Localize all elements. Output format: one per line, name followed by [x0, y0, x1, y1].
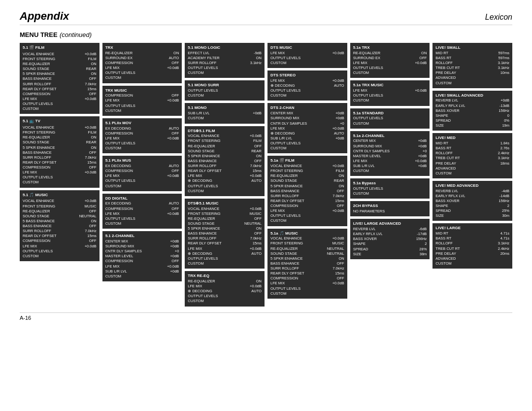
page-brand: Lexicon [485, 13, 512, 22]
box-live-large: LIVE! LARGE MID RT4.71s BASS RT4.71s ROL… [432, 223, 512, 269]
column-6: LIVE! SMALL MID RT597ms BASS RT597ms ROL… [432, 43, 512, 307]
row: COMPRESSIONOFF [105, 169, 179, 173]
box-51a-bypass-title: 5.1a Bypass [353, 181, 427, 186]
row: VOCAL ENHANCE+0.0dB [270, 164, 344, 169]
row: EFFECT LVL-9dB [188, 51, 262, 56]
row: SHAPE2 [435, 204, 509, 208]
row: SHAPE2 [353, 241, 427, 246]
row: 5 SPKR ENHANCEON [23, 145, 97, 150]
row: LFE MIX+0.0dB [188, 173, 262, 178]
row: EX DECODINGAUTO [105, 164, 179, 169]
row: COMPRESSIONOFF [105, 61, 179, 66]
box-dts-stereo-title: DTS STEREO [270, 73, 344, 78]
row: BASS RT597ms [435, 56, 509, 61]
row: LFE MIX+0.0dB [105, 211, 179, 216]
row: LFE MIX+0.0dB [23, 244, 97, 249]
box-tv-51: 5.1 📺 TV VOCAL ENHANCE+0.0dB FRONT STEER… [20, 116, 100, 187]
row: LFE MIX+0.0dB [23, 170, 97, 175]
box-51a-trx-title: 5.1a TRX [353, 45, 427, 51]
row: BASS RT4.71s [435, 236, 509, 241]
row: VOCAL ENHANCE+0.0dB [23, 125, 97, 130]
box-51a-music: 5.1a 🎵 MUSIC VOCAL ENHANCE+0.0dB FRONT S… [267, 229, 347, 299]
row: LFE MIX+0.0dB [188, 246, 262, 251]
row: MASTER LEVEL+0dB [353, 154, 427, 159]
row: SURROUND MIX+0dB [105, 244, 179, 249]
box-2ch-bypass-title: 2CH BYPASS [353, 204, 427, 209]
box-51a-film: 5.1a 🎬 FILM VOCAL ENHANCE+0.0dB FRONT ST… [267, 156, 347, 226]
row: LFE MIX+0.0dB [270, 208, 344, 213]
row: SURROUND EXOFF [353, 56, 427, 61]
row: CNTR DLY SAMPLES+0 [105, 249, 179, 254]
row: 5 SPKR ENHANCEON [23, 71, 97, 76]
row: ⊕ DECODINGAUTO [270, 83, 344, 88]
row: BASS ENHANCEOFF [188, 231, 262, 236]
box-dts-stereo: DTS STEREO LFE MIX+0.0dB ⊕ DECODINGAUTO … [267, 70, 347, 101]
row: COMPRESSIONOFF [270, 204, 344, 208]
row: BASS XOVER156Hz [353, 237, 427, 241]
box-51a-bypass: 5.1a Bypass OUTPUT LEVELS CUSTOM [350, 178, 430, 199]
box-pliix-mov: 5.1 PLIIx MOV EX DECODINGAUTO COMPRESSIO… [102, 118, 182, 153]
box-51a-2channel-title: 5.1a 2-CHANNEL [353, 134, 427, 139]
row: LFE MIX+0.0dB [270, 78, 344, 83]
row: VOCAL ENHANCE+0.0dB [23, 199, 97, 204]
box-51a-music-title: 5.1a 🎵 MUSIC [270, 231, 344, 237]
row: REVERB LVL-4dB [435, 189, 509, 194]
row: EARLY RFLX LVL-14dB [435, 194, 509, 199]
box-mono-surr: 5.1 MONO SURR OUTPUT LEVELS CUSTOM [185, 80, 265, 101]
box-live-large-adv-title: LIVE! LARGE ADVANCED [353, 221, 427, 227]
row: TREB CUT RT3.1kHz [435, 156, 509, 161]
row: FRONT STEERINGFILM [23, 57, 97, 62]
row: SUB L/R LVL+0dB [188, 111, 262, 116]
row: SPREAD25% [435, 208, 509, 213]
row: EARLY RFLX LVL-17dB [353, 232, 427, 237]
row: REAR DLY OFFSET15ms [23, 234, 97, 239]
row: MID RT597ms [435, 51, 509, 56]
box-51a-standard-title: 5.1a STANDARD [353, 111, 427, 116]
box-51a-trx-music-title: 5.1a TRX MUSIC [353, 83, 427, 88]
box-trx: TRX RE-EQUALIZERON SURROUND EXAUTO COMPR… [102, 43, 182, 83]
row: SURROUND MIX+0dB [270, 116, 344, 121]
row: PRE DELAY10ms [435, 70, 509, 75]
row: CNTR DLY SAMPLES+0 [270, 121, 344, 126]
box-live-med-adv-title: LIVE! MED ADVANCED [435, 183, 509, 189]
row: ROLLOFF3.1kHz [435, 61, 509, 66]
box-mono-logic-title: 5.1 MONO LOGIC [188, 45, 262, 51]
row: ⊕ DECODINGAUTO [270, 131, 344, 136]
column-3: 5.1 MONO LOGIC EFFECT LVL-9dB ACADEMY FI… [185, 43, 265, 307]
row: ROLLOFF2.4kHz [435, 151, 509, 156]
box-music-title: 5.1 🎵 MUSIC [23, 193, 48, 198]
row: VOCAL ENHANCE+0.0dB [23, 52, 97, 57]
menu-tree-label: MENU TREE [20, 31, 58, 38]
row: FRONT STEERINGMUSIC [23, 204, 97, 209]
row: 5 SPKR ENHANCEON [270, 256, 344, 261]
row: FRONT STEERINGMUSIC [188, 211, 262, 216]
menu-tree-continued: (continued) [60, 31, 92, 38]
row: VOCAL ENHANCE+0.0dB [270, 236, 344, 241]
row: RE-EQUALIZERON [23, 135, 97, 140]
row: SURR ROLLOFF7.0kHz [23, 229, 97, 234]
row: REAR DLY OFFSET15ms [23, 160, 97, 165]
row: SIZE38m [353, 252, 427, 257]
row: ACADEMY FILTERON [188, 56, 262, 61]
box-pliix-mus: 5.1 PLIIx MUS EX DECODINGAUTO COMPRESSIO… [102, 156, 182, 191]
box-live-large-adv: LIVE! LARGE ADVANCED REVERB LVL-6dB EARL… [350, 219, 430, 259]
row: LFE MIX+0.0dB [188, 284, 262, 289]
row: SURR ROLLOFF7.0kHz [188, 164, 262, 169]
row: COMPRESSIONOFF [270, 276, 344, 281]
page-title: Appendix [20, 10, 69, 23]
row: SUB L/R LVL+0dB [353, 164, 427, 169]
row: EX DECODINGAUTO [105, 126, 179, 131]
row: RE-EQUALIZERON [188, 279, 262, 284]
row: COMPRESSIONOFF [105, 259, 179, 264]
row: SOUND STAGEREAR [188, 149, 262, 154]
row: BASS ENHANCEOFF [23, 224, 97, 229]
box-trx-title: TRX [105, 45, 179, 51]
row: LFE MIX+0.0dB [23, 97, 97, 102]
row: COMPRESSIONOFF [23, 165, 97, 170]
box-digital: DD DIGITAL EX DECODINGAUTO COMPRESSIONOF… [102, 194, 182, 229]
row: SHAPE0 [435, 113, 509, 118]
box-mono-logic: 5.1 MONO LOGIC EFFECT LVL-9dB ACADEMY FI… [185, 43, 265, 78]
box-live-large-title: LIVE! LARGE [435, 226, 509, 231]
row: SIZE19m [435, 123, 509, 128]
row: REAR DLY OFFSET15ms [188, 169, 262, 173]
